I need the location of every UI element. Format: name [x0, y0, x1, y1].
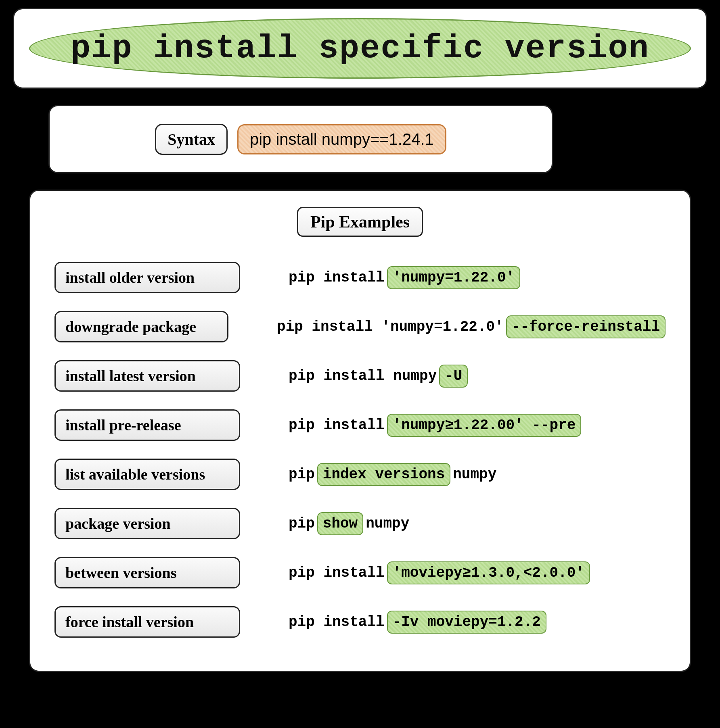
row-code: pip install 'moviepy≥1.3.0,<2.0.0'	[289, 561, 590, 584]
row-latest: install latest version pip install numpy…	[54, 360, 666, 392]
row-code: pip index versions numpy	[289, 463, 496, 486]
code-highlight: show	[317, 512, 363, 535]
row-label: force install version	[54, 606, 240, 638]
row-code: pip install 'numpy=1.22.0'	[289, 266, 520, 289]
row-label: between versions	[54, 557, 240, 588]
row-between-versions: between versions pip install 'moviepy≥1.…	[54, 557, 666, 588]
row-label: install latest version	[54, 360, 240, 392]
row-code: pip show numpy	[289, 512, 409, 535]
row-list-versions: list available versions pip index versio…	[54, 459, 666, 490]
code-text: numpy	[453, 466, 496, 483]
syntax-code: pip install numpy==1.24.1	[237, 124, 446, 154]
title-ellipse: pip install specific version	[29, 18, 691, 79]
syntax-panel: Syntax pip install numpy==1.24.1	[48, 105, 553, 173]
code-highlight: -Iv moviepy=1.2.2	[387, 611, 546, 634]
row-label: install older version	[54, 262, 240, 293]
examples-panel: Pip Examples install older version pip i…	[29, 190, 691, 672]
code-highlight: 'moviepy≥1.3.0,<2.0.0'	[387, 561, 590, 584]
row-code: pip install -Iv moviepy=1.2.2	[289, 611, 546, 634]
code-text: pip install	[289, 269, 385, 286]
row-label: list available versions	[54, 459, 240, 490]
code-text: pip install	[289, 565, 385, 581]
row-code: pip install 'numpy≥1.22.00' --pre	[289, 414, 581, 437]
row-code: pip install 'numpy=1.22.0' --force-reins…	[277, 315, 666, 338]
code-text: pip	[289, 466, 315, 483]
row-label: package version	[54, 508, 240, 539]
row-label: install pre-release	[54, 409, 240, 441]
examples-heading: Pip Examples	[297, 207, 423, 237]
row-downgrade: downgrade package pip install 'numpy=1.2…	[54, 311, 666, 342]
row-pre-release: install pre-release pip install 'numpy≥1…	[54, 409, 666, 441]
code-highlight: --force-reinstall	[506, 315, 666, 338]
syntax-label: Syntax	[155, 124, 228, 155]
page-title: pip install specific version	[71, 30, 649, 67]
code-highlight: index versions	[317, 463, 450, 486]
code-text: pip install	[289, 417, 385, 434]
code-text: pip install	[289, 614, 385, 630]
row-package-version: package version pip show numpy	[54, 508, 666, 539]
row-force-install: force install version pip install -Iv mo…	[54, 606, 666, 638]
title-panel: pip install specific version	[13, 8, 707, 89]
code-highlight: 'numpy≥1.22.00' --pre	[387, 414, 582, 437]
code-highlight: 'numpy=1.22.0'	[387, 266, 520, 289]
code-text: numpy	[366, 515, 409, 532]
row-install-older: install older version pip install 'numpy…	[54, 262, 666, 293]
code-text: pip	[289, 515, 315, 532]
code-text: pip install 'numpy=1.22.0'	[277, 319, 504, 335]
row-label: downgrade package	[54, 311, 228, 342]
code-text: pip install numpy	[289, 368, 437, 384]
code-highlight: -U	[439, 365, 468, 388]
row-code: pip install numpy -U	[289, 365, 468, 388]
